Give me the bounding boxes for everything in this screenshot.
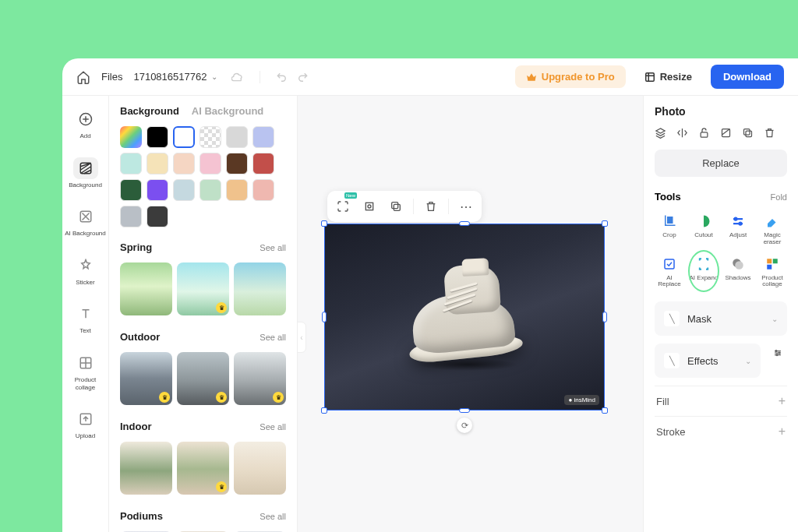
flip-icon[interactable] [676,127,688,139]
bg-thumb[interactable]: ♛ [177,352,229,405]
nav-add[interactable]: Add [65,105,107,143]
layers-icon[interactable] [655,127,666,139]
nav-ai-background[interactable]: AI Background [65,203,107,241]
tool-ai-expand[interactable]: AI Expand [689,253,719,291]
color-swatch[interactable] [200,153,221,174]
replace-button[interactable]: Replace [655,150,787,177]
color-swatch[interactable] [252,179,274,201]
color-swatch[interactable] [252,153,274,174]
panel-collapse[interactable]: ‹ [297,322,306,353]
bg-thumb[interactable]: ♛ [177,262,229,315]
resize-handle[interactable] [322,312,327,322]
stroke-row[interactable]: Stroke + [655,416,787,446]
resize-handle[interactable] [602,407,608,414]
color-swatch[interactable] [173,153,195,174]
tool-crop[interactable]: Crop [655,210,684,248]
tool-adjust[interactable]: Adjust [723,210,753,248]
resize-handle[interactable] [321,407,327,414]
trash-icon[interactable] [764,127,775,139]
undo-icon[interactable] [276,72,287,83]
tool-cutout[interactable]: Cutout [689,210,719,248]
selected-image[interactable]: ● insMind ⟳ [324,224,605,410]
nav-product-collage[interactable]: Product collage [65,349,107,394]
effects-accordion[interactable]: ╲ Effects ⌄ [655,344,761,378]
tool-product-collage[interactable]: Product collage [757,253,787,291]
copy-icon[interactable] [742,127,754,139]
color-swatch[interactable] [173,126,195,148]
color-swatch[interactable] [147,126,168,148]
nav-text[interactable]: Text [65,300,107,338]
tab-background[interactable]: Background [120,105,179,117]
plus-icon[interactable]: + [779,394,786,408]
resize-handle[interactable] [321,220,327,227]
bg-thumb[interactable]: ♛ [177,442,229,495]
tool-shadows[interactable]: Shadows [723,253,753,291]
color-swatch[interactable] [252,126,274,148]
cloud-sync-icon[interactable] [231,72,244,82]
fill-row[interactable]: Fill + [655,386,787,416]
color-swatch[interactable] [226,153,248,174]
bg-thumb[interactable] [234,262,286,315]
color-swatch[interactable] [226,179,248,201]
chevron-down-icon: ⌄ [772,315,778,323]
tool-magic-eraser[interactable]: Magic eraser [757,210,787,248]
mask-accordion[interactable]: ╲ Mask ⌄ [655,301,787,336]
bg-thumb[interactable] [120,442,172,495]
resize-handle[interactable] [602,220,608,227]
color-swatch[interactable] [120,126,142,148]
color-swatch[interactable] [200,179,221,201]
seeall-spring[interactable]: See all [260,243,286,252]
tool-ai-replace[interactable]: AI Replace [655,253,684,291]
bg-thumb[interactable]: ♛ [120,352,172,405]
color-swatch[interactable] [120,179,142,201]
resize-button[interactable]: Resize [637,65,700,88]
color-swatch[interactable] [147,153,168,174]
resize-handle[interactable] [459,408,470,413]
effects-sliders-icon[interactable] [768,344,787,362]
duplicate-quick[interactable] [383,194,408,219]
plus-icon[interactable]: + [779,425,786,439]
color-swatch[interactable] [120,153,142,174]
color-swatch[interactable] [173,179,195,201]
chevron-down-icon: ⌄ [745,357,751,365]
color-swatch[interactable] [147,179,168,201]
seeall-indoor[interactable]: See all [260,422,286,432]
seeall-outdoor[interactable]: See all [260,333,286,342]
more-quick[interactable]: ⋯ [454,194,478,219]
redo-icon[interactable] [298,72,309,83]
resize-handle[interactable] [459,221,470,226]
svg-point-24 [776,354,778,356]
opacity-icon[interactable] [720,127,732,139]
color-swatch[interactable] [120,206,142,227]
bg-thumb[interactable]: ♛ [234,352,286,405]
canvas-area[interactable]: ‹ New ⋯ [298,96,643,532]
bg-thumb[interactable] [234,442,286,495]
nav-background[interactable]: Background [65,154,107,192]
home-icon[interactable] [76,70,90,84]
crown-icon: ♛ [216,481,227,492]
lock-icon[interactable] [698,127,710,139]
app-window: Files 1710816517762 ⌄ Upgrade to Pro Res… [62,58,798,532]
fold-link[interactable]: Fold [771,192,787,202]
svg-rect-9 [392,203,398,209]
rotate-handle[interactable]: ⟳ [457,417,472,433]
floating-toolbar: New ⋯ [327,191,482,222]
seeall-podiums[interactable]: See all [260,512,286,521]
color-swatch[interactable] [147,206,168,227]
delete-quick[interactable] [418,194,443,219]
download-button[interactable]: Download [711,65,784,89]
bg-thumb[interactable] [120,262,172,315]
nav-sticker[interactable]: Sticker [65,252,107,290]
upgrade-button[interactable]: Upgrade to Pro [515,65,626,88]
color-swatch[interactable] [200,126,221,148]
topbar: Files 1710816517762 ⌄ Upgrade to Pro Res… [62,58,798,96]
nav-upload[interactable]: Upload [65,405,107,443]
effects-icon: ╲ [664,353,680,368]
color-swatch[interactable] [226,126,248,148]
resize-handle[interactable] [602,312,607,322]
ai-expand-quick[interactable]: New [330,194,355,219]
filename-dropdown[interactable]: 1710816517762 ⌄ [133,71,217,83]
tab-ai-background[interactable]: AI Background [192,105,263,117]
crop-quick[interactable] [357,194,382,219]
files-label[interactable]: Files [101,71,122,83]
